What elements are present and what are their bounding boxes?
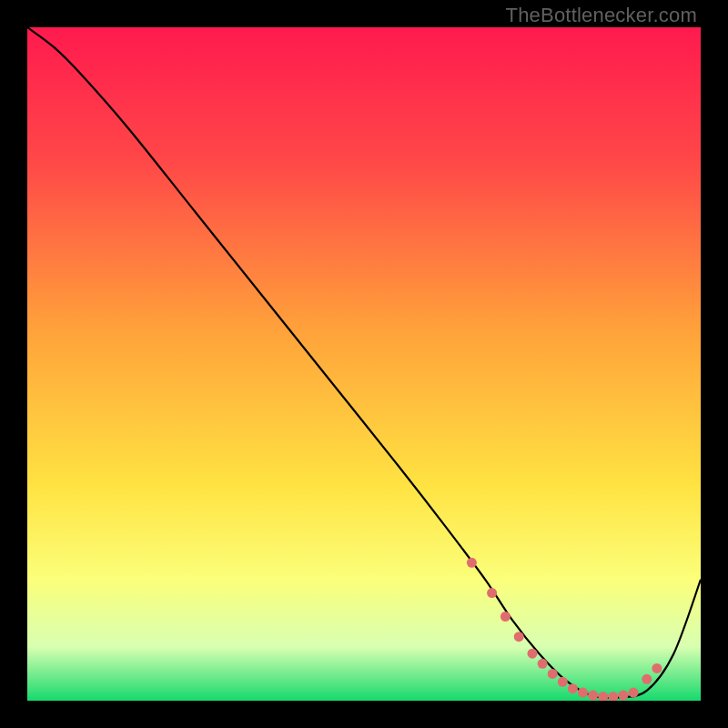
marker-point — [568, 683, 578, 693]
marker-point — [548, 669, 558, 679]
chart-svg — [27, 27, 701, 701]
marker-point — [652, 663, 662, 673]
marker-point — [558, 677, 568, 687]
marker-point — [538, 659, 548, 669]
marker-point — [578, 688, 588, 698]
marker-point — [500, 612, 511, 622]
marker-point — [642, 674, 652, 684]
marker-point — [467, 558, 477, 568]
marker-point — [588, 691, 598, 701]
marker-point — [528, 649, 538, 659]
marker-point — [487, 588, 497, 598]
marker-point — [618, 691, 628, 701]
marker-point — [629, 688, 639, 698]
chart-frame: TheBottlenecker.com — [0, 0, 728, 728]
marker-point — [514, 632, 524, 642]
plot-area — [27, 27, 701, 701]
watermark-text: TheBottlenecker.com — [506, 4, 697, 27]
